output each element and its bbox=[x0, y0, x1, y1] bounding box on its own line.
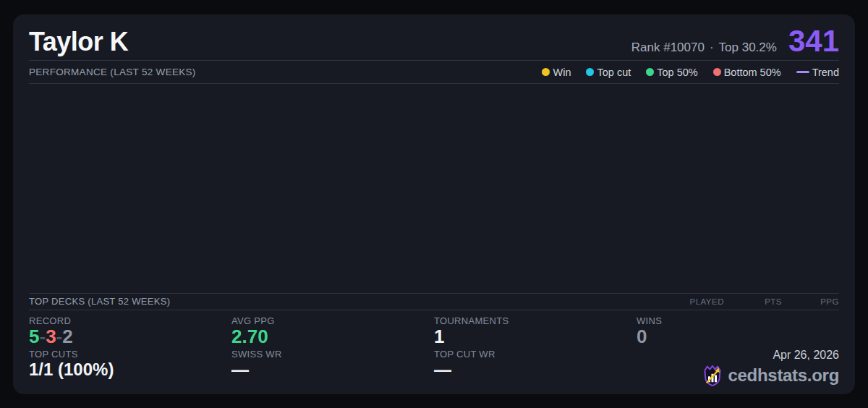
legend-label: Win bbox=[553, 67, 571, 78]
legend-label: Top cut bbox=[597, 67, 631, 78]
column-header-ppg: PPG bbox=[782, 297, 839, 306]
legend-item-top-cut: Top cut bbox=[586, 67, 631, 78]
record-separator: - bbox=[56, 326, 63, 347]
header-right: Rank #10070·Top 30.2% 341 bbox=[631, 28, 839, 55]
stat-wins: WINS 0 bbox=[637, 315, 839, 347]
wins-value: 0 bbox=[637, 327, 839, 347]
record-draws: 2 bbox=[62, 326, 72, 347]
stat-label: TOURNAMENTS bbox=[434, 315, 637, 326]
rank-line: Rank #10070·Top 30.2% bbox=[631, 41, 777, 55]
bottom-50-dot-icon bbox=[713, 68, 721, 76]
trend-line-icon bbox=[796, 71, 809, 73]
stat-swiss-wr: SWISS WR — bbox=[231, 349, 434, 387]
record-wins: 5 bbox=[29, 326, 39, 347]
rank-separator: · bbox=[710, 41, 714, 54]
record-separator: - bbox=[39, 326, 46, 347]
brand: cedhstats.org bbox=[702, 364, 839, 387]
stat-label: WINS bbox=[637, 315, 839, 326]
top-50-dot-icon bbox=[646, 68, 654, 76]
legend-label: Top 50% bbox=[657, 67, 697, 78]
top-percent-text: Top 30.2% bbox=[719, 41, 777, 54]
column-header-played: PLAYED bbox=[666, 297, 724, 306]
legend-item-trend: Trend bbox=[796, 67, 839, 78]
top-decks-column-headers: PLAYED PTS PPG bbox=[666, 297, 839, 306]
stat-label: AVG PPG bbox=[231, 315, 434, 326]
stat-record: RECORD 5-3-2 bbox=[29, 315, 231, 347]
record-losses: 3 bbox=[46, 326, 56, 347]
brand-name: cedhstats.org bbox=[728, 365, 839, 386]
legend-item-win: Win bbox=[542, 67, 571, 78]
legend-item-top-50: Top 50% bbox=[646, 67, 697, 78]
chart-legend: Win Top cut Top 50% Bottom 50% Trend bbox=[542, 67, 839, 78]
column-header-pts: PTS bbox=[724, 297, 782, 306]
card-date: Apr 26, 2026 bbox=[773, 349, 839, 362]
legend-label: Bottom 50% bbox=[724, 67, 781, 78]
player-stats-card: Taylor K Rank #10070·Top 30.2% 341 PERFO… bbox=[13, 14, 855, 394]
stat-top-cut-wr: TOP CUT WR — bbox=[434, 349, 637, 387]
footer: Apr 26, 2026 cedhstats.org bbox=[637, 349, 839, 387]
top-cut-wr-value: — bbox=[434, 360, 637, 378]
legend-item-bottom-50: Bottom 50% bbox=[713, 67, 781, 78]
performance-header-row: PERFORMANCE (LAST 52 WEEKS) Win Top cut … bbox=[13, 61, 855, 83]
stat-avg-ppg: AVG PPG 2.70 bbox=[231, 315, 434, 347]
top-cut-dot-icon bbox=[586, 68, 594, 76]
win-dot-icon bbox=[542, 68, 550, 76]
stat-label: TOP CUT WR bbox=[434, 349, 637, 360]
swiss-wr-value: — bbox=[231, 360, 434, 378]
performance-chart-area bbox=[13, 84, 855, 293]
top-decks-heading: TOP DECKS (LAST 52 WEEKS) bbox=[29, 296, 170, 307]
top-cuts-value: 1/1 (100%) bbox=[29, 360, 231, 378]
cedhstats-logo-icon bbox=[702, 364, 723, 387]
card-header: Taylor K Rank #10070·Top 30.2% 341 bbox=[13, 14, 855, 60]
stat-top-cuts: TOP CUTS 1/1 (100%) bbox=[29, 349, 231, 387]
performance-heading: PERFORMANCE (LAST 52 WEEKS) bbox=[29, 67, 196, 77]
record-value: 5-3-2 bbox=[29, 327, 231, 347]
stats-grid: RECORD 5-3-2 AVG PPG 2.70 TOURNAMENTS 1 … bbox=[13, 310, 855, 394]
top-decks-header-row: TOP DECKS (LAST 52 WEEKS) PLAYED PTS PPG bbox=[13, 294, 855, 310]
stat-tournaments: TOURNAMENTS 1 bbox=[434, 315, 637, 347]
rank-text: Rank #10070 bbox=[631, 41, 705, 54]
stat-label: RECORD bbox=[29, 315, 231, 326]
stat-label: TOP CUTS bbox=[29, 349, 231, 360]
avg-ppg-value: 2.70 bbox=[231, 327, 434, 347]
tournaments-value: 1 bbox=[434, 327, 637, 347]
elo-score: 341 bbox=[788, 28, 839, 54]
stat-label: SWISS WR bbox=[231, 349, 434, 360]
legend-label: Trend bbox=[812, 67, 839, 78]
page-title: Taylor K bbox=[29, 29, 128, 55]
